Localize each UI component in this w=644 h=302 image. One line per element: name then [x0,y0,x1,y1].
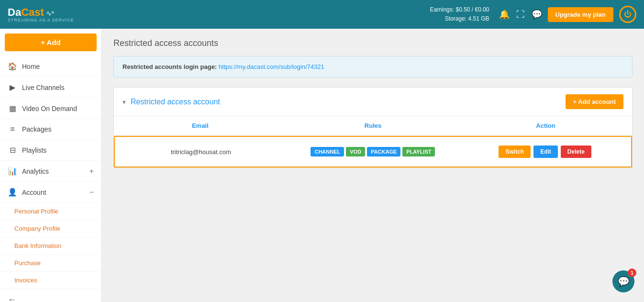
cell-action: Switch Edit Delete [459,142,631,162]
col-header-action: Action [459,116,632,135]
info-box: Restricted accounts login page: https://… [113,56,633,78]
sidebar-item-vod[interactable]: ▦ Video On Demand [0,98,101,119]
add-button[interactable]: + Add [5,34,97,51]
col-header-rules: Rules [287,116,459,135]
cell-email: tritriclag@housat.com [115,145,287,159]
sidebar-item-personal-profile[interactable]: Personal Profile [0,203,101,220]
logo-text: DaCast ∿* [8,6,74,19]
section-title: Restricted access account [131,98,220,106]
sidebar-item-invoices[interactable]: Invoices [0,272,101,289]
home-icon: 🏠 [8,62,17,71]
layout: + Add 🏠 Home ▶ Live Channels ▦ Video On … [0,29,644,302]
package-icon: ≡ [8,125,17,134]
chat-bubble-icon: 💬 [618,276,630,287]
header-stats: Earnings: $0.50 / €0.00 Storage: 4.51 GB [430,5,489,23]
badge-vod: VOD [346,147,365,157]
table-row: tritriclag@housat.com CHANNEL VOD PACKAG… [114,136,632,168]
chat-badge: 1 [628,268,636,277]
sidebar-item-account[interactable]: 👤 Account − [0,182,101,203]
table-header: Email Rules Action [114,116,632,136]
analytics-icon: 📊 [8,167,17,176]
sidebar-item-analytics[interactable]: 📊 Analytics + [0,161,101,182]
badge-package: PACKAGE [367,147,400,157]
info-box-label: Restricted accounts login page: [122,63,217,70]
power-button[interactable]: ⏻ [619,6,636,23]
info-box-link[interactable]: https://my.dacast.com/sub/login/74321 [219,63,324,70]
logo-area: DaCast ∿* STREAMING AS A SERVICE [8,6,74,22]
sidebar-item-playlists[interactable]: ⊟ Playlists [0,140,101,161]
upgrade-button[interactable]: Upgrade my plan [548,7,613,22]
edit-button[interactable]: Edit [533,145,558,158]
badge-channel: CHANNEL [311,147,344,157]
cell-rules: CHANNEL VOD PACKAGE PLAYLIST [287,143,459,160]
logo-sub: STREAMING AS A SERVICE [8,18,74,22]
sidebar-item-bank-information[interactable]: Bank Information [0,237,101,255]
section-card: ▾ Restricted access account + Add accoun… [113,87,633,168]
back-button[interactable]: ← [0,289,101,302]
section-header: ▾ Restricted access account + Add accoun… [114,88,632,116]
bell-icon[interactable]: 🔔 [499,9,510,20]
badge-playlist: PLAYLIST [402,147,435,157]
sidebar-item-company-profile[interactable]: Company Profile [0,220,101,237]
grid-icon: ▦ [8,104,17,113]
header-icons: 🔔 ⛶ 💬 [499,9,542,20]
switch-button[interactable]: Switch [499,145,531,158]
sidebar-item-purchase[interactable]: Purchase [0,255,101,272]
page-title: Restricted access accounts [113,38,633,48]
add-account-button[interactable]: + Add account [566,94,623,109]
sidebar-item-packages[interactable]: ≡ Packages [0,119,101,140]
playlist-icon: ⊟ [8,145,17,155]
header: DaCast ∿* STREAMING AS A SERVICE Earning… [0,0,644,29]
fullscreen-icon[interactable]: ⛶ [516,10,525,20]
play-icon: ▶ [8,83,17,92]
section-header-left: ▾ Restricted access account [122,98,220,106]
account-icon: 👤 [8,188,17,197]
chat-icon[interactable]: 💬 [532,9,542,20]
account-expand-icon: − [89,188,94,197]
delete-button[interactable]: Delete [561,145,591,158]
sidebar-item-home[interactable]: 🏠 Home [0,56,101,77]
sidebar-item-live-channels[interactable]: ▶ Live Channels [0,77,101,98]
chevron-down-icon[interactable]: ▾ [122,98,126,106]
analytics-expand-icon: + [89,167,94,176]
main-content: Restricted access accounts Restricted ac… [102,29,644,302]
sidebar: + Add 🏠 Home ▶ Live Channels ▦ Video On … [0,29,102,302]
chat-bubble[interactable]: 💬 1 [612,270,634,292]
col-header-email: Email [114,116,287,135]
